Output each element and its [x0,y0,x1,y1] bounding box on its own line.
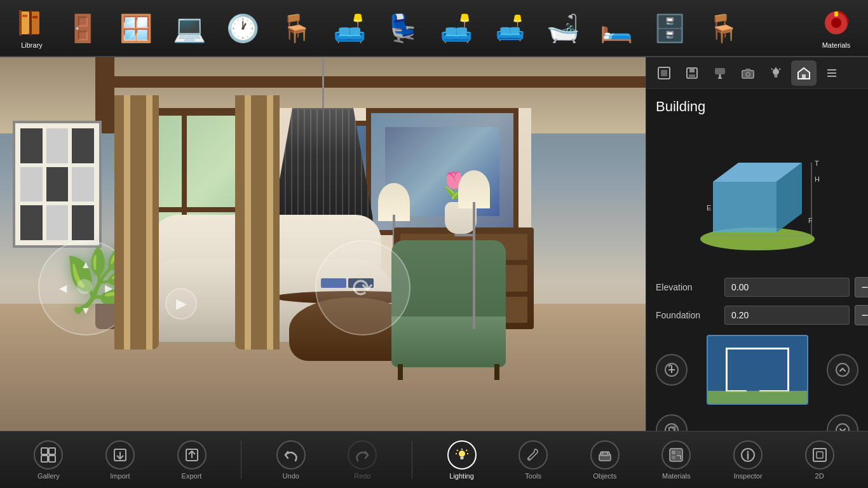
bottom-toolbar: Gallery Import Export Undo Redo Light [0,431,868,488]
tool-save[interactable] [679,60,705,86]
foundation-minus-button[interactable]: − [855,305,868,325]
building-diagram: T H E F [656,125,858,264]
svg-rect-28 [713,182,776,233]
materials-label: Materials [822,41,851,49]
tool-list[interactable] [819,60,844,86]
view-3d-button[interactable] [656,414,688,431]
svg-rect-69 [677,451,681,454]
svg-rect-23 [802,74,806,79]
svg-rect-12 [689,68,695,72]
pendant-lamp [272,57,374,222]
foundation-label: Foundation [656,310,719,320]
tool-camera[interactable] [735,60,761,86]
svg-rect-8 [834,11,838,17]
bottom-export[interactable]: Export [170,440,214,480]
foundation-input[interactable] [724,306,850,325]
furniture-red-chair[interactable]: 🪑 [271,3,322,53]
furniture-metal-chair[interactable]: 🪑 [698,3,749,53]
pan-control[interactable]: ▶ [165,288,197,320]
materials-bottom-icon [661,440,691,470]
furniture-yellow-sofa[interactable]: 🛋️ [484,3,535,53]
bottom-undo[interactable]: Undo [269,440,313,480]
svg-rect-64 [600,452,609,456]
story-settings-button[interactable] [827,354,858,386]
foundation-row: Foundation − + [656,305,858,325]
viewport: 🌿 [0,57,646,431]
export-icon [177,440,207,470]
curtain-left [114,95,159,349]
svg-rect-5 [32,16,37,18]
elevation-label: Elevation [656,282,719,292]
delete-story-button[interactable] [827,414,858,431]
building-title: Building [656,98,858,115]
svg-point-56 [459,451,465,457]
svg-text:F: F [808,217,813,224]
svg-point-19 [773,69,779,75]
tool-light[interactable] [763,60,789,86]
tool-building[interactable] [791,60,817,86]
story-buttons-row [656,414,858,431]
svg-rect-10 [661,70,667,76]
bottom-redo[interactable]: Redo [340,440,384,480]
floor-plan-preview [688,335,827,405]
furniture-clock[interactable]: 🕐 [217,3,268,53]
furniture-laptop[interactable]: 💻 [164,3,215,53]
floor-plan-image [707,335,808,405]
tool-select[interactable] [651,60,677,86]
furniture-door[interactable]: 🚪 [57,3,108,53]
svg-point-40 [836,363,849,376]
library-button[interactable]: Library [6,3,57,53]
svg-point-73 [747,451,749,452]
tool-paint[interactable] [707,60,733,86]
svg-rect-18 [745,69,750,71]
bottom-materials[interactable]: Materials [654,440,698,480]
furniture-window[interactable]: 🪟 [111,3,161,53]
bottom-tools[interactable]: Tools [511,440,555,480]
elevation-minus-button[interactable]: − [855,277,868,297]
right-panel: Building T H E F [646,57,868,431]
library-icon [16,7,48,39]
furniture-cabinet[interactable]: 🗄️ [644,3,695,53]
materials-button[interactable]: Materials [811,3,862,53]
svg-rect-3 [29,10,32,36]
divider-2 [412,441,412,479]
tools-icon [519,440,548,470]
bottom-objects[interactable]: Objects [583,440,627,480]
divider-1 [241,441,241,479]
svg-point-44 [836,424,849,431]
elevation-input[interactable] [724,278,850,297]
undo-icon [276,440,306,470]
add-story-above-button[interactable] [656,354,688,386]
inspector-icon [733,440,763,470]
floor-lamp-right [455,170,493,329]
objects-label: Objects [593,472,616,480]
svg-rect-4 [22,15,27,17]
svg-rect-49 [49,448,55,454]
room-scene: 🌿 [0,57,646,431]
svg-rect-70 [672,456,675,459]
materials-icon [820,7,852,39]
tools-label: Tools [525,472,541,480]
svg-line-59 [466,450,467,451]
bottom-gallery[interactable]: Gallery [26,440,71,480]
furniture-bed[interactable]: 🛏️ [591,3,642,53]
furniture-yellow-armchair[interactable]: 🛋️ [324,3,375,53]
svg-text:T: T [815,159,819,167]
furniture-pink-sofa[interactable]: 🛋️ [431,3,482,53]
inspector-label: Inspector [733,472,762,480]
furniture-bathtub[interactable]: 🛁 [538,3,588,53]
undo-label: Undo [283,472,299,480]
bottom-import[interactable]: Import [98,440,142,480]
elevation-row: Elevation − + [656,277,858,297]
bottom-lighting[interactable]: Lighting [440,440,484,480]
materials-bottom-label: Materials [662,472,691,480]
svg-rect-1 [31,11,39,34]
nav-joystick-right[interactable]: ⟳ [315,240,410,336]
import-label: Import [110,472,130,480]
svg-rect-2 [19,10,22,36]
svg-point-7 [831,18,841,28]
bottom-2d[interactable]: 2D [797,440,842,480]
svg-marker-43 [670,426,675,431]
furniture-pink-chair[interactable]: 💺 [377,3,428,53]
bottom-inspector[interactable]: Inspector [726,440,770,480]
